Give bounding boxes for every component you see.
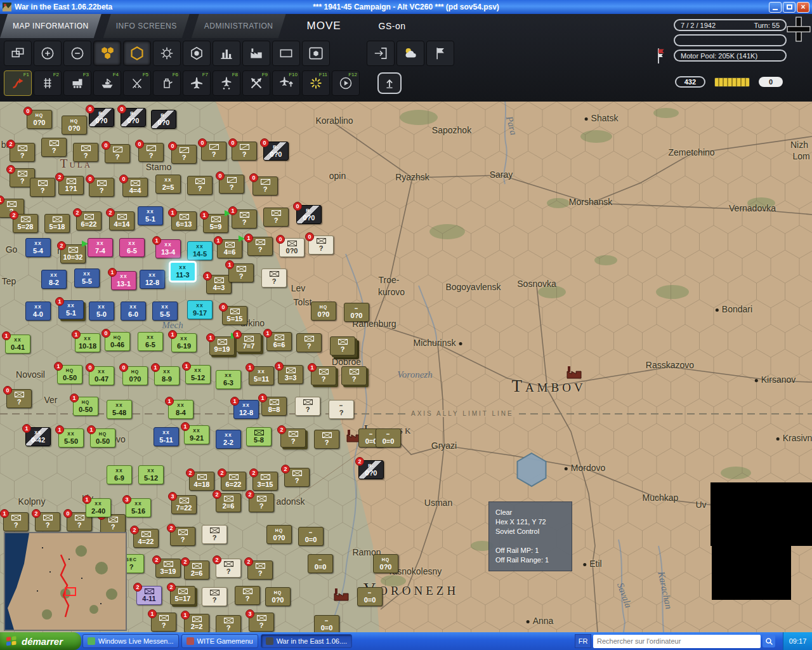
unit-counter-9-21[interactable]: XX9-211 [184, 425, 209, 444]
unit-counter-6-19[interactable]: XX6-191 [171, 333, 197, 352]
unit-counter-5-11[interactable]: XX5=111 [249, 366, 274, 385]
ground-attack-button[interactable]: F5 [123, 70, 151, 96]
unit-counter-4-18[interactable]: 4=182 [189, 472, 214, 491]
zoom-in-button[interactable] [34, 41, 62, 66]
unit-counter-0-0[interactable]: ∞0=0 [314, 615, 339, 632]
unit-counter-q[interactable]: ? [330, 336, 355, 355]
unit-counter-5-18[interactable]: 5=18 [44, 214, 70, 233]
air-superiority-button[interactable]: F9 [242, 70, 270, 96]
unit-counter-5-12[interactable]: XX5-12 [138, 465, 164, 484]
unit-counter-1q1[interactable]: 1?12 [58, 176, 84, 195]
unit-counter-q[interactable]: ? [187, 176, 213, 195]
unit-counter-0-46[interactable]: HQ0-460 [105, 332, 130, 351]
map-region-button[interactable] [272, 41, 300, 66]
air-recon-button[interactable]: F7 [183, 70, 211, 96]
naval-transport-button[interactable]: F4 [93, 70, 121, 96]
hex-unit-info-button[interactable] [183, 41, 211, 66]
unit-counter-0-50[interactable]: HQ0-501 [57, 365, 82, 384]
rail-mode-button[interactable]: F2 [34, 70, 62, 96]
task-button-wite-gamemenu[interactable]: WITE Gamemenu [181, 634, 258, 648]
unit-counter-6-13[interactable]: 6=131 [171, 211, 197, 230]
hex-grid-toggle-button[interactable] [93, 41, 121, 66]
unit-counter-4-14[interactable]: 4=142 [109, 211, 134, 230]
unit-counter-q[interactable]: ? [235, 586, 260, 605]
hex-outline-toggle-button[interactable] [123, 41, 151, 66]
minimap[interactable] [4, 532, 127, 631]
unit-counter-0-41[interactable]: XX0-411 [5, 335, 30, 354]
unit-counter-q[interactable]: ?1 [228, 263, 254, 282]
unit-counter-0q0[interactable]: R-0?02 [358, 460, 384, 479]
unit-counter-2-2[interactable]: XX2-2 [216, 430, 241, 449]
unit-counter-3-15[interactable]: 3=152 [252, 472, 278, 491]
weather-button[interactable] [396, 41, 424, 66]
unit-counter-0q0[interactable]: ∞0?0 [344, 303, 369, 322]
unit-counter-q[interactable]: ?2 [35, 512, 60, 531]
objectives-flag-button[interactable] [426, 41, 454, 66]
unit-counter-8-2[interactable]: XX8-2 [41, 270, 67, 289]
rail-transport-button[interactable]: F3 [63, 70, 91, 96]
unit-counter-0-0[interactable]: ∞0=0 [308, 554, 333, 573]
unit-counter-q[interactable]: ?2 [216, 559, 241, 578]
unit-counter-5-0[interactable]: XX5-0 [89, 302, 114, 321]
unit-counter-0-50[interactable]: HQ0-501 [90, 428, 115, 448]
unit-counter-q[interactable]: ?0 [201, 142, 226, 161]
unit-counter-0q0[interactable]: 0?00 [279, 238, 304, 257]
unit-counter-5-12[interactable]: XX5-121 [185, 365, 211, 384]
search-button[interactable] [763, 635, 775, 647]
toggle-toolbar-button[interactable] [377, 72, 402, 94]
factory-locations-button[interactable] [242, 41, 270, 66]
unit-counter-8-8[interactable]: 8=81 [261, 397, 287, 416]
unit-counter-q[interactable]: ? [296, 333, 322, 352]
unit-counter-q[interactable]: ? [216, 615, 241, 632]
unit-counter-10-32[interactable]: 10=322 [60, 244, 86, 263]
unit-counter-q[interactable]: ?0 [89, 178, 114, 197]
unit-counter-12-8[interactable]: XX12-8 [140, 270, 165, 289]
unit-counter-2-6[interactable]: 2=62 [216, 493, 241, 512]
unit-counter-6-0[interactable]: XX6-0 [121, 302, 146, 321]
unit-counter-9-17[interactable]: XX9-17 [187, 300, 213, 319]
unit-counter-5-9[interactable]: 5=91 [203, 214, 228, 233]
unit-counter-q[interactable]: ? [341, 366, 367, 385]
bomb-unit-button[interactable]: F8 [213, 70, 240, 96]
unit-counter-0q0[interactable]: R-0?00 [89, 108, 114, 127]
unit-counter-q[interactable]: ? [202, 525, 227, 544]
unit-counter-2-40[interactable]: XX2-401 [86, 498, 111, 517]
unit-counter-q[interactable]: ? [73, 143, 98, 162]
air-supply-button[interactable]: F6 [153, 70, 181, 96]
unit-counter-7-4[interactable]: XX7-4 [88, 238, 113, 257]
unit-counter-6-6[interactable]: 6=61 [266, 332, 292, 351]
tab-administration[interactable]: ADMINISTRATION [192, 14, 286, 38]
unit-counter-0-42[interactable]: XX0-421 [25, 427, 51, 446]
unit-counter-q[interactable]: ? [261, 269, 287, 288]
unit-counter-13-4[interactable]: XX13-41 [155, 239, 181, 258]
unit-counter-0q0[interactable]: HQ0?00 [122, 366, 148, 385]
unit-counter-q[interactable]: ?0 [171, 145, 197, 164]
unit-counter-5-8[interactable]: 5-8 [246, 427, 272, 446]
unit-counter-q[interactable]: ?0 [308, 235, 334, 255]
search-input[interactable] [593, 637, 761, 645]
hex-detail-button[interactable] [302, 41, 330, 66]
unit-counter-6-22[interactable]: 6=222 [221, 472, 246, 491]
unit-counter-q[interactable]: ?1 [232, 209, 257, 229]
unit-counter-q[interactable]: ? [41, 138, 67, 157]
unit-counter-5-1[interactable]: XX5-11 [58, 300, 84, 319]
unit-counter-q[interactable]: ?2 [10, 143, 35, 162]
unit-counter-q[interactable]: ? [263, 208, 289, 227]
unit-counter-q[interactable]: ?0 [232, 142, 257, 161]
unit-counter-0q0[interactable]: R-0?0 [151, 110, 176, 129]
unit-counter-0q0[interactable]: R-0?00 [263, 142, 289, 161]
unit-counter-6-9[interactable]: XX6-9 [107, 465, 132, 484]
unit-counter-q[interactable]: ?1 [151, 613, 176, 632]
unit-counter-2-2[interactable]: 2=21 [184, 614, 209, 632]
unit-counter-5-17[interactable]: 5=172 [170, 586, 195, 605]
unit-counter-5-15[interactable]: 5=150 [222, 306, 247, 325]
unit-counter-q[interactable]: ?2 [280, 428, 306, 448]
unit-counter-q[interactable]: ?2 [284, 468, 310, 487]
unit-counter-q[interactable]: ? [295, 397, 320, 416]
unit-counter-0q0[interactable]: R-0?00 [121, 108, 146, 127]
charts-button[interactable] [213, 41, 240, 66]
unit-counter-q[interactable]: ?1 [247, 237, 273, 256]
preferences-button[interactable] [153, 41, 181, 66]
unit-counter-5-5[interactable]: XX5-5 [152, 302, 178, 321]
unit-counter-4-3[interactable]: 4=31 [206, 275, 232, 294]
